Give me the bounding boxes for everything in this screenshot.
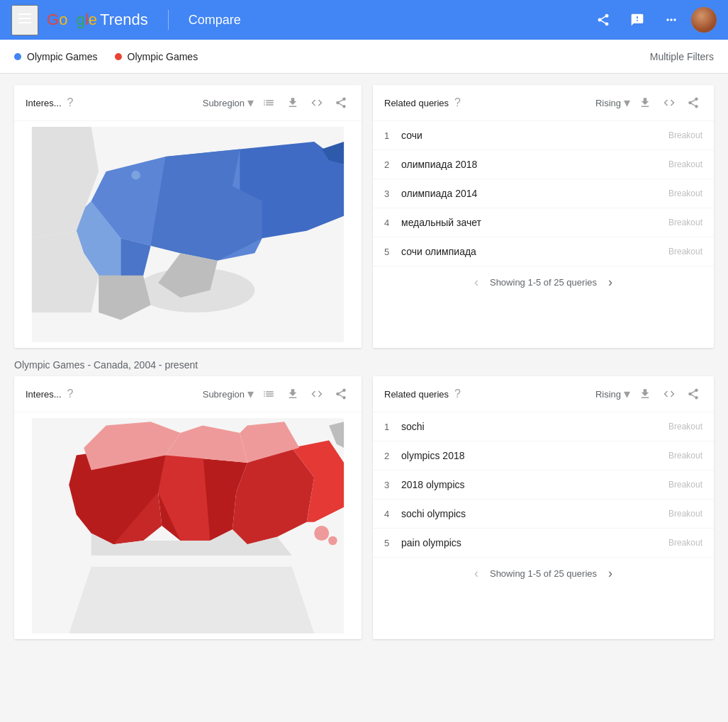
query-num: 4 <box>384 218 401 228</box>
prev-page-1-icon[interactable]: ‹ <box>474 275 478 290</box>
subregion-label: Subregion <box>203 98 245 108</box>
queries-list-2: 1 sochi Breakout 2 olympics 2018 Breakou… <box>373 412 714 558</box>
subregion-label-2: Subregion <box>203 389 245 400</box>
queries-card-2-title: Related queries <box>384 389 449 400</box>
avatar-image <box>691 7 717 33</box>
table-row[interactable]: 3 олимпиада 2014 Breakout <box>373 179 714 208</box>
share-icon[interactable] <box>589 6 617 34</box>
avatar[interactable] <box>691 7 717 33</box>
svg-point-8 <box>314 526 329 541</box>
svg-rect-1 <box>18 18 31 19</box>
table-row[interactable]: 4 sochi olympics Breakout <box>373 500 714 529</box>
table-row[interactable]: 5 pain olympics Breakout <box>373 529 714 558</box>
dropdown-arrow-icon: ▾ <box>247 95 254 111</box>
table-row[interactable]: 3 2018 olympics Breakout <box>373 470 714 500</box>
share-queries-2-icon[interactable] <box>684 385 702 403</box>
download-icon[interactable] <box>284 94 302 112</box>
multiple-filters[interactable]: Multiple Filters <box>650 51 714 62</box>
queries-card-2-header: Related queries ? Rising ▾ <box>373 376 714 412</box>
apps-icon[interactable] <box>657 6 685 34</box>
menu-icon[interactable] <box>11 5 38 35</box>
query-num: 5 <box>384 247 401 257</box>
download-queries-1-icon[interactable] <box>636 94 654 112</box>
query-badge: Breakout <box>668 451 702 461</box>
queries-2-help-icon[interactable]: ? <box>454 388 461 400</box>
next-page-2-icon[interactable]: › <box>608 566 612 581</box>
share-2-icon[interactable] <box>332 385 350 403</box>
svg-point-6 <box>131 171 140 180</box>
map-area-1 <box>14 121 362 348</box>
svg-rect-0 <box>18 13 31 15</box>
map-card-1-title: Interes... <box>26 98 62 108</box>
section-2-label: Olympic Games - Canada, 2004 - present <box>14 359 714 371</box>
pagination-1-text: Showing 1-5 of 25 queries <box>490 277 597 288</box>
embed-icon[interactable] <box>308 94 326 112</box>
google-trends-logo: Google Trends <box>47 11 148 29</box>
table-row[interactable]: 2 олимпиада 2018 Breakout <box>373 150 714 179</box>
list-view-icon[interactable] <box>259 94 278 112</box>
share-queries-1-icon[interactable] <box>684 94 702 112</box>
queries-card-1-title: Related queries <box>384 98 449 108</box>
query-num: 1 <box>384 130 401 141</box>
section-2-cards: Interes... ? Subregion ▾ <box>14 376 714 639</box>
svg-point-9 <box>328 536 337 546</box>
rising-dropdown-arrow: ▾ <box>624 95 630 111</box>
query-text: 2018 olympics <box>401 479 668 490</box>
map-card-2-help-icon[interactable]: ? <box>67 388 74 400</box>
map-card-1: Interes... ? Subregion ▾ <box>14 85 362 348</box>
query-badge: Breakout <box>668 538 702 548</box>
header-compare: Compare <box>189 13 241 28</box>
section-1: Interes... ? Subregion ▾ <box>14 85 714 348</box>
svg-rect-2 <box>18 22 31 23</box>
queries-card-1-header: Related queries ? Rising ▾ <box>373 85 714 121</box>
logo-google: Google <box>47 11 97 29</box>
query-num: 3 <box>384 480 401 490</box>
map-card-1-help-icon[interactable]: ? <box>67 96 74 109</box>
query-text: sochi <box>401 421 668 432</box>
rising-dropdown-2[interactable]: Rising ▾ <box>595 386 630 402</box>
russia-map-svg <box>20 127 356 342</box>
table-row[interactable]: 4 медальный зачет Breakout <box>373 208 714 237</box>
dropdown-arrow-2-icon: ▾ <box>247 386 254 402</box>
map-area-2 <box>14 412 362 639</box>
query-text: олимпиада 2018 <box>401 159 668 170</box>
subregion-dropdown-2[interactable]: Subregion ▾ <box>203 386 254 402</box>
section-2: Interes... ? Subregion ▾ <box>14 376 714 639</box>
query-num: 5 <box>384 538 401 548</box>
query-num: 3 <box>384 188 401 199</box>
map-card-2-header: Interes... ? Subregion ▾ <box>14 376 362 412</box>
embed-2-icon[interactable] <box>308 385 326 403</box>
next-page-1-icon[interactable]: › <box>608 275 612 290</box>
query-text: pain olympics <box>401 537 668 548</box>
pagination-2: ‹ Showing 1-5 of 25 queries › <box>373 558 714 590</box>
queries-help-icon[interactable]: ? <box>454 96 461 109</box>
header-divider <box>168 10 169 30</box>
rising-dropdown-1[interactable]: Rising ▾ <box>595 95 630 111</box>
download-2-icon[interactable] <box>284 385 302 403</box>
filter-dot-1 <box>14 53 21 60</box>
list-view-2-icon[interactable] <box>259 385 278 403</box>
subregion-dropdown[interactable]: Subregion ▾ <box>203 95 254 111</box>
share-map-icon[interactable] <box>332 94 350 112</box>
download-queries-2-icon[interactable] <box>636 385 654 403</box>
table-row[interactable]: 1 sochi Breakout <box>373 412 714 441</box>
embed-queries-2-icon[interactable] <box>660 385 678 403</box>
query-text: сочи олимпиада <box>401 246 668 257</box>
filter-item-1[interactable]: Olympic Games <box>14 51 98 62</box>
table-row[interactable]: 2 olympics 2018 Breakout <box>373 441 714 470</box>
table-row[interactable]: 5 сочи олимпиада Breakout <box>373 237 714 266</box>
query-badge: Breakout <box>668 422 702 431</box>
header-icons <box>589 6 717 34</box>
map-card-1-header: Interes... ? Subregion ▾ <box>14 85 362 121</box>
queries-list-1: 1 сочи Breakout 2 олимпиада 2018 Breakou… <box>373 121 714 266</box>
prev-page-2-icon[interactable]: ‹ <box>474 566 478 581</box>
embed-queries-1-icon[interactable] <box>660 94 678 112</box>
filter-item-2[interactable]: Olympic Games <box>115 51 198 62</box>
query-badge: Breakout <box>668 480 702 490</box>
filter-label-2: Olympic Games <box>128 51 198 62</box>
query-badge: Breakout <box>668 218 702 227</box>
table-row[interactable]: 1 сочи Breakout <box>373 121 714 150</box>
query-num: 1 <box>384 422 401 432</box>
query-text: олимпиада 2014 <box>401 188 668 199</box>
feedback-icon[interactable] <box>623 6 651 34</box>
